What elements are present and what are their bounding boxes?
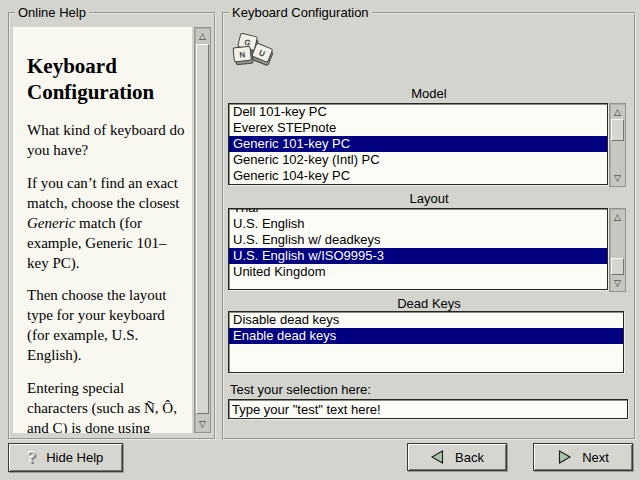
keyboard-config-panel: Keyboard Configuration G N U Model Dell …	[222, 12, 636, 440]
layout-scrollbar-thumb[interactable]	[611, 258, 624, 275]
help-paragraph: If you can’t find an exact match, choose…	[27, 174, 185, 274]
help-paragraph: Then choose the layout type for your key…	[27, 286, 185, 366]
list-item[interactable]: Generic 102-key (Intl) PC	[229, 152, 607, 168]
scroll-up-icon[interactable]: △	[610, 106, 625, 118]
list-item[interactable]: Thai	[229, 208, 607, 216]
scroll-up-icon[interactable]: △	[610, 211, 625, 223]
back-label: Back	[455, 450, 484, 465]
list-item[interactable]: U.S. English w/ deadkeys	[229, 232, 607, 248]
list-item[interactable]: Everex STEPnote	[229, 120, 607, 136]
list-item[interactable]: Generic 104-key PC	[229, 168, 607, 184]
question-mark-icon: ?	[28, 449, 37, 466]
next-arrow-icon	[557, 450, 572, 464]
list-item[interactable]: Generic 101-key PC	[229, 136, 607, 152]
back-button[interactable]: Back	[407, 443, 507, 471]
hide-help-label: Hide Help	[46, 450, 103, 465]
panel-frame-title: Keyboard Configuration	[229, 5, 372, 20]
next-label: Next	[582, 450, 609, 465]
layout-list[interactable]: ThaiU.S. EnglishU.S. English w/ deadkeys…	[228, 208, 608, 290]
model-label: Model	[224, 86, 634, 101]
deadkeys-list[interactable]: Disable dead keysEnable dead keys	[228, 311, 624, 373]
list-item[interactable]: Enable dead keys	[229, 328, 623, 344]
installer-window: { "help": { "title": "Online Help", "hea…	[0, 0, 640, 480]
hide-help-button[interactable]: ? Hide Help	[8, 443, 123, 472]
list-item[interactable]: U.S. English w/ISO9995-3	[229, 248, 607, 264]
back-arrow-icon	[430, 450, 445, 464]
scroll-down-icon[interactable]: ▽	[610, 277, 625, 289]
help-scrollbar-thumb[interactable]	[196, 44, 209, 414]
scroll-up-icon[interactable]: △	[195, 30, 210, 42]
layout-label: Layout	[224, 191, 634, 206]
help-content: Keyboard Configuration What kind of keyb…	[27, 53, 185, 433]
help-paragraph: Entering special characters (such as Ñ, …	[27, 379, 185, 433]
test-label: Test your selection here:	[230, 382, 371, 397]
help-heading: Keyboard Configuration	[27, 53, 185, 106]
deadkeys-label: Dead Keys	[224, 296, 634, 311]
online-help-panel: Online Help Keyboard Configuration What …	[8, 12, 216, 440]
scroll-down-icon[interactable]: ▽	[195, 418, 210, 430]
model-scrollbar-thumb[interactable]	[611, 119, 624, 141]
keyboard-keys-icon: G N U	[232, 32, 278, 72]
help-scrollbar[interactable]: △ ▽	[194, 27, 211, 433]
svg-text:N: N	[239, 50, 246, 60]
help-viewport: Keyboard Configuration What kind of keyb…	[13, 27, 192, 433]
list-item[interactable]: Dell 101-key PC	[229, 104, 607, 120]
help-paragraph: What kind of keyboard do you have?	[27, 121, 185, 161]
online-help-frame-title: Online Help	[15, 5, 89, 20]
model-scrollbar[interactable]: △ ▽	[609, 103, 626, 187]
test-input[interactable]	[228, 399, 628, 419]
scroll-down-icon[interactable]: ▽	[610, 172, 625, 184]
model-list[interactable]: Dell 101-key PCEverex STEPnoteGeneric 10…	[228, 103, 608, 185]
layout-scrollbar[interactable]: △ ▽	[609, 208, 626, 292]
list-item[interactable]: U.S. English	[229, 216, 607, 232]
list-item[interactable]: Disable dead keys	[229, 312, 623, 328]
next-button[interactable]: Next	[533, 443, 633, 471]
list-item[interactable]: United Kingdom	[229, 264, 607, 280]
